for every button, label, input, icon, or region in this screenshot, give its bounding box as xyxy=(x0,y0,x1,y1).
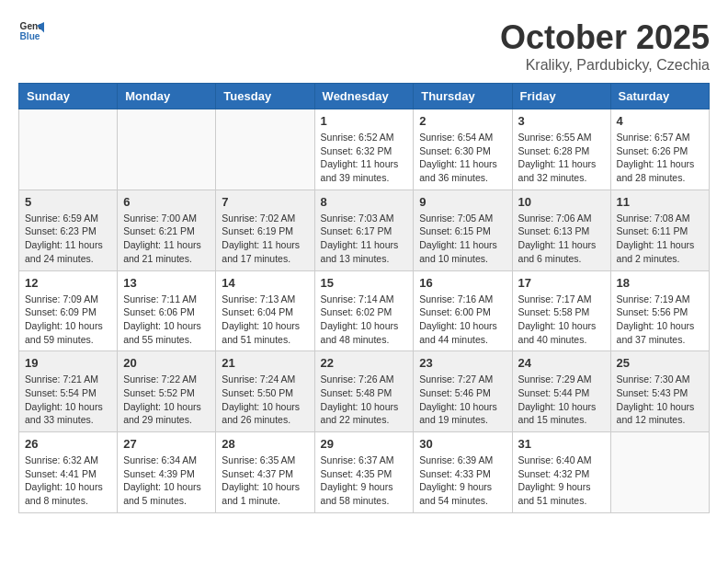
weekday-header-row: SundayMondayTuesdayWednesdayThursdayFrid… xyxy=(19,84,710,109)
day-info: Sunrise: 7:19 AM Sunset: 5:56 PM Dayligh… xyxy=(617,293,703,347)
day-number: 31 xyxy=(518,437,605,451)
day-number: 28 xyxy=(222,437,308,451)
day-number: 5 xyxy=(25,195,111,209)
day-info: Sunrise: 6:40 AM Sunset: 4:32 PM Dayligh… xyxy=(518,454,605,508)
weekday-header-friday: Friday xyxy=(512,84,610,109)
day-number: 2 xyxy=(419,114,506,128)
day-info: Sunrise: 7:00 AM Sunset: 6:21 PM Dayligh… xyxy=(123,212,210,266)
day-number: 12 xyxy=(25,276,111,290)
calendar-cell: 18Sunrise: 7:19 AM Sunset: 5:56 PM Dayli… xyxy=(610,270,709,351)
calendar-cell: 28Sunrise: 6:35 AM Sunset: 4:37 PM Dayli… xyxy=(216,432,314,513)
day-number: 11 xyxy=(617,195,703,209)
day-info: Sunrise: 7:14 AM Sunset: 6:02 PM Dayligh… xyxy=(321,293,408,347)
day-info: Sunrise: 7:02 AM Sunset: 6:19 PM Dayligh… xyxy=(222,212,308,266)
day-info: Sunrise: 7:06 AM Sunset: 6:13 PM Dayligh… xyxy=(518,212,605,266)
day-number: 14 xyxy=(222,276,308,290)
calendar-cell: 16Sunrise: 7:16 AM Sunset: 6:00 PM Dayli… xyxy=(414,270,512,351)
calendar-cell xyxy=(610,432,709,513)
calendar-cell: 22Sunrise: 7:26 AM Sunset: 5:48 PM Dayli… xyxy=(314,351,414,432)
day-info: Sunrise: 7:30 AM Sunset: 5:43 PM Dayligh… xyxy=(617,373,703,427)
day-info: Sunrise: 7:22 AM Sunset: 5:52 PM Dayligh… xyxy=(123,373,210,427)
day-info: Sunrise: 7:26 AM Sunset: 5:48 PM Dayligh… xyxy=(321,373,408,427)
day-info: Sunrise: 6:34 AM Sunset: 4:39 PM Dayligh… xyxy=(123,454,210,508)
weekday-header-thursday: Thursday xyxy=(414,84,512,109)
calendar-cell: 30Sunrise: 6:39 AM Sunset: 4:33 PM Dayli… xyxy=(414,432,512,513)
calendar-cell: 1Sunrise: 6:52 AM Sunset: 6:32 PM Daylig… xyxy=(314,109,414,190)
day-info: Sunrise: 7:03 AM Sunset: 6:17 PM Dayligh… xyxy=(321,212,408,266)
calendar-week-row: 1Sunrise: 6:52 AM Sunset: 6:32 PM Daylig… xyxy=(19,109,710,190)
day-info: Sunrise: 6:32 AM Sunset: 4:41 PM Dayligh… xyxy=(25,454,111,508)
day-info: Sunrise: 7:09 AM Sunset: 6:09 PM Dayligh… xyxy=(25,293,111,347)
header: General Blue October 2025 Kraliky, Pardu… xyxy=(18,18,710,74)
day-info: Sunrise: 7:05 AM Sunset: 6:15 PM Dayligh… xyxy=(419,212,506,266)
title-section: October 2025 Kraliky, Pardubicky, Czechi… xyxy=(500,18,710,74)
calendar-cell xyxy=(19,109,118,190)
day-number: 20 xyxy=(123,356,210,370)
day-number: 21 xyxy=(222,356,308,370)
day-info: Sunrise: 7:16 AM Sunset: 6:00 PM Dayligh… xyxy=(419,293,506,347)
day-info: Sunrise: 7:13 AM Sunset: 6:04 PM Dayligh… xyxy=(222,293,308,347)
weekday-header-saturday: Saturday xyxy=(610,84,709,109)
logo: General Blue xyxy=(18,18,44,44)
calendar-cell: 25Sunrise: 7:30 AM Sunset: 5:43 PM Dayli… xyxy=(610,351,709,432)
calendar-cell: 15Sunrise: 7:14 AM Sunset: 6:02 PM Dayli… xyxy=(314,270,414,351)
day-number: 19 xyxy=(25,356,111,370)
day-number: 7 xyxy=(222,195,308,209)
day-info: Sunrise: 6:35 AM Sunset: 4:37 PM Dayligh… xyxy=(222,454,308,508)
day-number: 1 xyxy=(321,114,408,128)
calendar-cell: 10Sunrise: 7:06 AM Sunset: 6:13 PM Dayli… xyxy=(512,190,610,270)
calendar-cell: 24Sunrise: 7:29 AM Sunset: 5:44 PM Dayli… xyxy=(512,351,610,432)
day-number: 9 xyxy=(419,195,506,209)
calendar-cell: 14Sunrise: 7:13 AM Sunset: 6:04 PM Dayli… xyxy=(216,270,314,351)
calendar-cell: 7Sunrise: 7:02 AM Sunset: 6:19 PM Daylig… xyxy=(216,190,314,270)
calendar-table: SundayMondayTuesdayWednesdayThursdayFrid… xyxy=(18,83,710,513)
day-number: 10 xyxy=(518,195,605,209)
calendar-week-row: 19Sunrise: 7:21 AM Sunset: 5:54 PM Dayli… xyxy=(19,351,710,432)
calendar-cell: 2Sunrise: 6:54 AM Sunset: 6:30 PM Daylig… xyxy=(414,109,512,190)
weekday-header-monday: Monday xyxy=(118,84,216,109)
calendar-cell: 3Sunrise: 6:55 AM Sunset: 6:28 PM Daylig… xyxy=(512,109,610,190)
day-number: 25 xyxy=(617,356,703,370)
day-number: 3 xyxy=(518,114,605,128)
day-number: 8 xyxy=(321,195,408,209)
day-number: 23 xyxy=(419,356,506,370)
calendar-cell: 27Sunrise: 6:34 AM Sunset: 4:39 PM Dayli… xyxy=(118,432,216,513)
calendar-cell: 29Sunrise: 6:37 AM Sunset: 4:35 PM Dayli… xyxy=(314,432,414,513)
day-number: 22 xyxy=(321,356,408,370)
day-number: 15 xyxy=(321,276,408,290)
calendar-cell: 17Sunrise: 7:17 AM Sunset: 5:58 PM Dayli… xyxy=(512,270,610,351)
calendar-cell: 5Sunrise: 6:59 AM Sunset: 6:23 PM Daylig… xyxy=(19,190,118,270)
calendar-cell: 21Sunrise: 7:24 AM Sunset: 5:50 PM Dayli… xyxy=(216,351,314,432)
day-info: Sunrise: 6:55 AM Sunset: 6:28 PM Dayligh… xyxy=(518,131,605,185)
day-info: Sunrise: 7:24 AM Sunset: 5:50 PM Dayligh… xyxy=(222,373,308,427)
day-number: 27 xyxy=(123,437,210,451)
calendar-cell xyxy=(118,109,216,190)
day-number: 26 xyxy=(25,437,111,451)
location-subtitle: Kraliky, Pardubicky, Czechia xyxy=(500,57,710,74)
day-info: Sunrise: 7:21 AM Sunset: 5:54 PM Dayligh… xyxy=(25,373,111,427)
calendar-cell: 23Sunrise: 7:27 AM Sunset: 5:46 PM Dayli… xyxy=(414,351,512,432)
day-number: 29 xyxy=(321,437,408,451)
day-number: 16 xyxy=(419,276,506,290)
calendar-cell: 20Sunrise: 7:22 AM Sunset: 5:52 PM Dayli… xyxy=(118,351,216,432)
day-number: 13 xyxy=(123,276,210,290)
day-info: Sunrise: 7:27 AM Sunset: 5:46 PM Dayligh… xyxy=(419,373,506,427)
day-info: Sunrise: 6:52 AM Sunset: 6:32 PM Dayligh… xyxy=(321,131,408,185)
day-number: 30 xyxy=(419,437,506,451)
calendar-cell: 31Sunrise: 6:40 AM Sunset: 4:32 PM Dayli… xyxy=(512,432,610,513)
calendar-cell: 8Sunrise: 7:03 AM Sunset: 6:17 PM Daylig… xyxy=(314,190,414,270)
day-number: 6 xyxy=(123,195,210,209)
calendar-cell: 13Sunrise: 7:11 AM Sunset: 6:06 PM Dayli… xyxy=(118,270,216,351)
calendar-cell: 4Sunrise: 6:57 AM Sunset: 6:26 PM Daylig… xyxy=(610,109,709,190)
day-info: Sunrise: 6:37 AM Sunset: 4:35 PM Dayligh… xyxy=(321,454,408,508)
calendar-week-row: 26Sunrise: 6:32 AM Sunset: 4:41 PM Dayli… xyxy=(19,432,710,513)
day-number: 18 xyxy=(617,276,703,290)
calendar-cell xyxy=(216,109,314,190)
day-info: Sunrise: 6:54 AM Sunset: 6:30 PM Dayligh… xyxy=(419,131,506,185)
calendar-week-row: 12Sunrise: 7:09 AM Sunset: 6:09 PM Dayli… xyxy=(19,270,710,351)
calendar-cell: 19Sunrise: 7:21 AM Sunset: 5:54 PM Dayli… xyxy=(19,351,118,432)
calendar-cell: 6Sunrise: 7:00 AM Sunset: 6:21 PM Daylig… xyxy=(118,190,216,270)
weekday-header-wednesday: Wednesday xyxy=(314,84,414,109)
day-info: Sunrise: 7:29 AM Sunset: 5:44 PM Dayligh… xyxy=(518,373,605,427)
page-container: General Blue October 2025 Kraliky, Pardu… xyxy=(18,18,710,513)
